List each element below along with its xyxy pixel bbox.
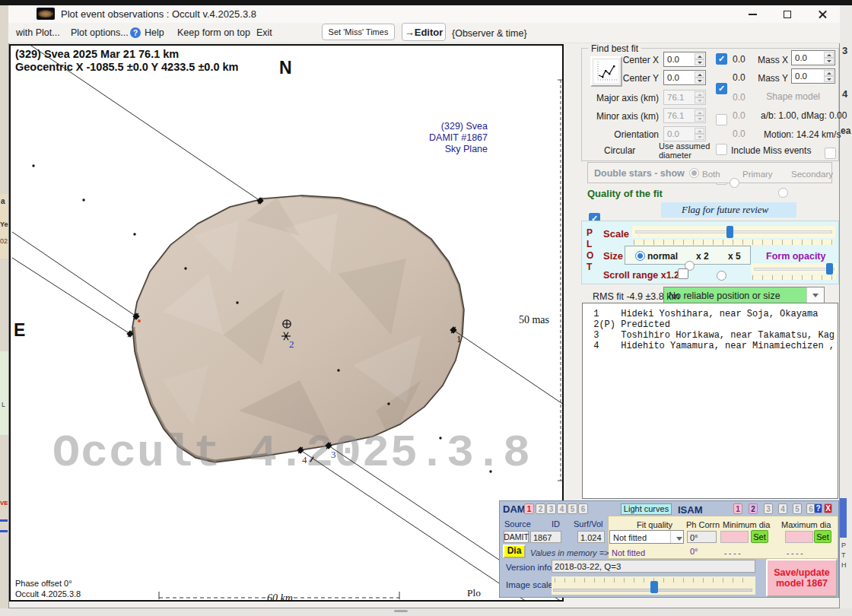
slider-thumb[interactable] — [826, 263, 833, 275]
spin-down-icon[interactable] — [695, 78, 704, 84]
observer-row[interactable]: 4 Hidehito Yamamura, near Minamiechizen … — [588, 341, 835, 351]
spin-down-icon — [695, 97, 704, 103]
size-x5-label: x 5 — [728, 252, 741, 262]
help-icon[interactable]: ? — [130, 27, 141, 38]
shape-model-label: Shape model — [759, 92, 820, 103]
watermark: Occult 4.2025.3.8 — [52, 427, 531, 479]
version-info-label: Version info — [506, 563, 552, 573]
slider-thumb[interactable] — [726, 226, 733, 238]
observer-row[interactable]: 2(P) Predicted — [588, 319, 670, 330]
spin-down-icon — [695, 116, 704, 122]
quality-of-fit-select[interactable]: No reliable position or size — [663, 287, 825, 303]
scroll-range-checkbox[interactable] — [678, 268, 688, 279]
damit-model-2-button[interactable]: 2 — [536, 503, 545, 514]
maximize-icon — [784, 11, 791, 18]
close-button[interactable] — [805, 5, 840, 23]
menu-exit[interactable]: Exit — [256, 27, 272, 38]
chevron-down-icon[interactable] — [670, 531, 683, 543]
motion-info: Motion: 14.24 km/s — [764, 130, 841, 141]
light-curves-button[interactable]: Light curves — [621, 503, 672, 515]
memory-max-value: - - - - — [787, 549, 803, 558]
use-assumed-label-1: Use assumed — [659, 141, 710, 151]
center-x-spinner[interactable]: 0.0 — [663, 52, 706, 67]
values-in-memory-label: Values in memory => — [530, 548, 609, 558]
model-id-field[interactable]: 1867 — [530, 531, 561, 543]
chevron-down-icon[interactable] — [806, 287, 824, 303]
set-maximum-button[interactable]: Set — [814, 530, 831, 543]
mass-x-spinner[interactable]: 0.0 — [791, 50, 835, 65]
maximum-dia-header: Maximum dia — [781, 520, 831, 530]
maximize-button[interactable] — [770, 5, 805, 23]
isam-5-button[interactable]: 5 — [793, 503, 802, 514]
spin-down-icon[interactable] — [824, 76, 834, 82]
plot-canvas[interactable]: (329) Svea 2025 Mar 21 76.1 km Geocentri… — [9, 44, 564, 602]
observer-list[interactable]: 1 Hideki Yoshihara, near Soja, Okayama 2… — [582, 303, 838, 499]
major-axis-spinner: 76.1 — [663, 90, 706, 105]
damit-model-6-button[interactable]: 6 — [578, 503, 588, 514]
minimize-button[interactable] — [735, 5, 770, 23]
image-scale-slider[interactable] — [552, 576, 755, 595]
minimum-dia-field[interactable] — [720, 531, 749, 543]
center-y-checkbox[interactable] — [716, 83, 727, 94]
bg-fragment: L — [2, 401, 5, 408]
source-button[interactable]: DAMIT — [504, 531, 529, 543]
menu-plot-options[interactable]: Plot options... — [71, 27, 129, 38]
slider-thumb[interactable] — [650, 581, 658, 593]
dia-button[interactable]: Dia — [503, 545, 526, 558]
mass-y-spinner[interactable]: 0.0 — [791, 68, 835, 84]
isam-2-button[interactable]: 2 — [749, 503, 758, 514]
scale-slider[interactable] — [632, 226, 835, 238]
menu-keep-on-top[interactable]: Keep form on top — [177, 27, 250, 38]
bg-fragment: ea — [841, 126, 850, 137]
menu-help[interactable]: Help — [145, 27, 164, 38]
isam-3-button[interactable]: 3 — [764, 503, 773, 514]
fit-quality-select[interactable]: Not fitted — [609, 530, 684, 544]
sky-plane-plot[interactable]: (329) Svea 2025 Mar 21 76.1 km Geocentri… — [11, 46, 562, 600]
damit-model-1-button[interactable]: 1 — [524, 503, 534, 514]
surfvol-field[interactable]: 1.024 — [577, 531, 605, 543]
observer-row[interactable]: 1 Hideki Yoshihara, near Soja, Okayama — [588, 309, 818, 319]
menu-with-plot[interactable]: with Plot... — [16, 27, 60, 38]
center-y-spinner[interactable]: 0.0 — [663, 70, 706, 85]
surfvol-header: Surf/Vol — [574, 519, 603, 529]
damit-close-button[interactable]: X — [824, 503, 832, 513]
size-x5-radio[interactable] — [717, 271, 726, 281]
spin-down-icon[interactable] — [695, 59, 704, 65]
center-x-checkbox[interactable] — [716, 53, 727, 65]
damit-model-5-button[interactable]: 5 — [567, 503, 577, 514]
damit-model-4-button[interactable]: 4 — [557, 503, 567, 514]
size-normal-radio[interactable] — [635, 251, 645, 261]
maximum-dia-field[interactable] — [785, 531, 813, 543]
set-miss-times-button[interactable]: Set 'Miss' Times — [322, 24, 395, 40]
double-stars-secondary-label: Secondary — [791, 170, 833, 179]
spin-down-icon[interactable] — [824, 58, 834, 64]
isam-4-button[interactable]: 4 — [778, 503, 787, 514]
spin-up-icon[interactable] — [695, 71, 704, 78]
spin-up-icon — [695, 128, 704, 134]
isam-1-button[interactable]: 1 — [733, 503, 742, 514]
bg-fragment: Ye — [0, 221, 8, 228]
close-icon — [818, 9, 828, 19]
include-miss-events-label: Include Miss events — [731, 146, 811, 157]
spin-up-icon[interactable] — [824, 52, 834, 58]
form-opacity-slider[interactable] — [751, 263, 838, 275]
damit-model-3-button[interactable]: 3 — [546, 503, 556, 514]
version-info-field[interactable]: 2018-03-22, Q=3 — [552, 560, 755, 573]
double-stars-group: Double stars - show Both Primary Seconda… — [587, 162, 832, 183]
set-minimum-button[interactable]: Set — [751, 530, 768, 543]
chord-label-1: 1 — [456, 333, 462, 345]
scale-slider-ticks — [634, 240, 834, 245]
background-app-sliver-left: a Ye 02 L VE — [0, 5, 8, 608]
spin-up-icon[interactable] — [695, 53, 704, 59]
editor-button[interactable]: →Editor — [402, 23, 446, 41]
memory-min-value: - - - - — [724, 549, 741, 558]
plot-version-label: Occult 4.2025.3.8 — [15, 589, 81, 599]
observer-row[interactable]: 3 Toshihiro Horikawa, near Takamatsu, Ka… — [588, 330, 835, 341]
annotation-plane: Sky Plane — [445, 144, 488, 154]
spin-up-icon[interactable] — [824, 70, 834, 76]
save-update-model-button[interactable]: Save/update model 1867 — [766, 559, 838, 597]
ph-corrn-field[interactable]: 0° — [687, 531, 717, 543]
phase-offset-label: Phase offset 0° — [15, 579, 72, 588]
damit-help-button[interactable]: ? — [814, 503, 822, 513]
flag-review-label: Flag for future review — [682, 205, 768, 216]
